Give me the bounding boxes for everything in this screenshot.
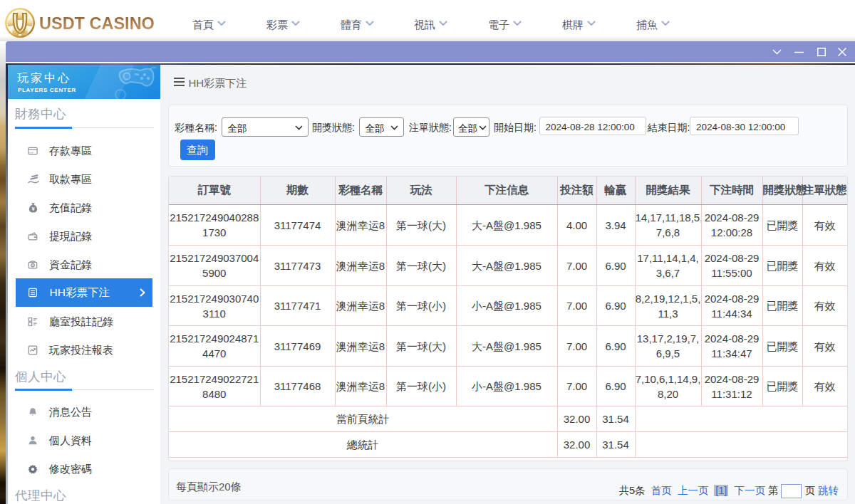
svg-text:CASINO: CASINO — [13, 30, 27, 34]
